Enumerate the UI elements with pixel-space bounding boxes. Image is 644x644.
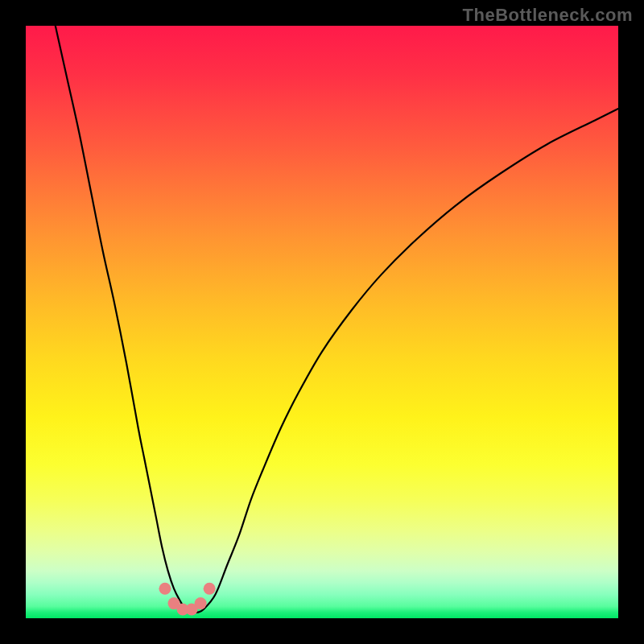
bottleneck-curve bbox=[56, 26, 618, 613]
curve-layer bbox=[26, 26, 618, 618]
marker-dot bbox=[204, 583, 216, 595]
chart-frame: TheBottleneck.com bbox=[0, 0, 644, 644]
marker-dot bbox=[159, 583, 171, 595]
watermark-text: TheBottleneck.com bbox=[463, 5, 633, 26]
plot-area bbox=[26, 26, 618, 618]
marker-dot bbox=[195, 597, 207, 609]
minimum-markers bbox=[159, 583, 215, 616]
